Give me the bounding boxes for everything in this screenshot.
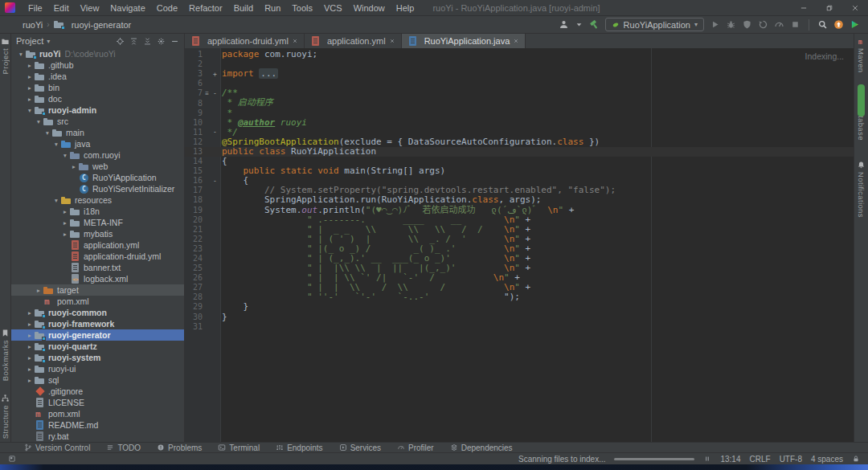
chevron-right-icon[interactable]: ▸ — [25, 377, 35, 384]
tree-item-pom-xml[interactable]: pom.xml — [11, 296, 184, 307]
chevron-right-icon[interactable]: ▸ — [60, 208, 70, 215]
tree-item-ruoyi-system[interactable]: ▸ruoyi-system — [11, 352, 184, 363]
fold-marker-icon[interactable]: - — [211, 129, 219, 136]
lock-icon[interactable] — [852, 455, 860, 463]
tree-item-gitignore[interactable]: .gitignore — [11, 386, 184, 397]
chevron-down-icon[interactable]: ▾ — [16, 51, 26, 58]
tree-item-doc[interactable]: ▸doc — [11, 93, 184, 104]
tree-item-ruoyi-generator[interactable]: ▸ruoyi-generator — [11, 329, 184, 341]
menu-vcs[interactable]: VCS — [318, 0, 348, 16]
tree-item-src[interactable]: ▾src — [11, 116, 184, 127]
close-tab-icon[interactable] — [389, 38, 395, 44]
close-tab-icon[interactable] — [292, 38, 298, 44]
chevron-down-icon[interactable]: ▾ — [51, 197, 61, 204]
line-separator-widget[interactable]: CRLF — [750, 455, 771, 464]
search-icon[interactable] — [817, 19, 828, 30]
tree-item-ruoyi-common[interactable]: ▸ruoyi-common — [11, 307, 184, 318]
tree-item-ruoyi[interactable]: ▾ruoYiD:\code\ruoYi — [11, 48, 184, 59]
chevron-down-icon[interactable]: ▾ — [60, 152, 70, 159]
code-line-29[interactable]: 29 } — [185, 302, 854, 312]
menu-code[interactable]: Code — [151, 0, 183, 16]
menu-build[interactable]: Build — [228, 0, 259, 16]
tree-item-ruoyi-admin[interactable]: ▾ruoyi-admin — [11, 104, 184, 116]
menu-file[interactable]: File — [23, 0, 48, 16]
encoding-widget[interactable]: UTF-8 — [780, 455, 802, 464]
code-line-10[interactable]: 10 * @author ruoyi — [185, 118, 854, 128]
tool-stripe-structure[interactable]: Structure — [1, 394, 10, 439]
tree-item-ruoyi-ui[interactable]: ▸ruoyi-ui — [11, 363, 184, 374]
code-line-30[interactable]: 30} — [185, 313, 854, 322]
tab-application-druid-yml[interactable]: application-druid.yml — [185, 34, 305, 48]
tool-stripe-project[interactable]: Project — [1, 37, 10, 74]
gear-icon[interactable] — [157, 37, 166, 46]
fold-marker-icon[interactable]: + — [211, 71, 219, 78]
run-config-select[interactable]: RuoYiApplication ▾ — [605, 18, 704, 31]
menu-refactor[interactable]: Refactor — [183, 0, 228, 16]
tree-item-java[interactable]: ▾java — [11, 138, 184, 149]
maximize-button[interactable] — [817, 0, 842, 16]
pause-icon[interactable] — [703, 455, 711, 463]
close-button[interactable] — [842, 0, 868, 16]
toolwindow-terminal[interactable]: Terminal — [218, 443, 260, 452]
update-icon[interactable] — [833, 19, 844, 30]
stop-icon[interactable] — [790, 19, 800, 30]
tree-item-ry-bat[interactable]: ry.bat — [11, 431, 184, 442]
toolwindow-todo[interactable]: TODO — [106, 443, 141, 452]
project-panel-title[interactable]: Project — [16, 36, 43, 46]
tree-item-i18n[interactable]: ▸i18n — [11, 206, 184, 217]
tree-item-ruoyiservletinitializer[interactable]: RuoYiServletInitializer — [11, 183, 184, 194]
tree-item-banner-txt[interactable]: banner.txt — [11, 262, 184, 273]
tree-item-logback-xml[interactable]: logback.xml — [11, 273, 184, 284]
code-line-7[interactable]: 7≡-/** — [185, 88, 854, 98]
chevron-right-icon[interactable]: ▸ — [25, 332, 35, 339]
chevron-right-icon[interactable]: ▸ — [25, 343, 35, 350]
chevron-down-icon[interactable]: ▾ — [34, 118, 43, 125]
fold-marker-icon[interactable]: - — [211, 90, 219, 97]
toolwindow-problems[interactable]: Problems — [157, 443, 202, 452]
chevron-right-icon[interactable]: ▸ — [25, 73, 35, 80]
close-tab-icon[interactable] — [513, 38, 519, 44]
code-line-15[interactable]: 15 public static void main(String[] args… — [185, 166, 854, 176]
toolwindow-version-control[interactable]: Version Control — [24, 443, 90, 452]
profiler-icon[interactable] — [774, 19, 784, 30]
play-icon[interactable] — [710, 19, 720, 30]
tab-application-yml[interactable]: application.yml — [305, 34, 402, 48]
bug-icon[interactable] — [726, 19, 736, 30]
tree-item-application-druid-yml[interactable]: application-druid.yml — [11, 251, 184, 262]
menu-help[interactable]: Help — [391, 0, 420, 16]
chevron-right-icon[interactable]: ▸ — [34, 287, 43, 294]
chevron-right-icon[interactable]: ▸ — [60, 231, 70, 238]
code-line-31[interactable]: 31 — [185, 322, 854, 332]
chevron-right-icon[interactable]: ▸ — [25, 354, 35, 362]
menu-edit[interactable]: Edit — [48, 0, 75, 16]
chevron-right-icon[interactable]: ▸ — [60, 219, 70, 227]
menu-window[interactable]: Window — [348, 0, 391, 16]
tree-item-ruoyi-quartz[interactable]: ▸ruoyi-quartz — [11, 341, 184, 352]
fold-marker-icon[interactable]: - — [211, 178, 219, 185]
chevron-right-icon[interactable]: ▸ — [25, 62, 35, 69]
chevron-right-icon[interactable]: ▸ — [25, 309, 35, 317]
breadcrumb-project[interactable]: ruoYi — [23, 20, 43, 30]
indent-widget[interactable]: 4 spaces — [811, 455, 843, 464]
tool-stripe-maven[interactable]: mMaven — [857, 37, 866, 73]
breadcrumb-module[interactable]: ruoyi-generator — [72, 20, 132, 30]
tree-item-mybatis[interactable]: ▸mybatis — [11, 228, 184, 239]
expand-all-icon[interactable] — [143, 37, 152, 46]
tree-item-com-ruoyi[interactable]: ▾com.ruoyi — [11, 149, 184, 161]
tree-item-resources[interactable]: ▾resources — [11, 194, 184, 206]
code-line-8[interactable]: 8 * 启动程序 — [185, 98, 854, 108]
menu-view[interactable]: View — [75, 0, 105, 16]
tree-item-github[interactable]: ▸.github — [11, 59, 184, 71]
code-line-3[interactable]: 3+import ... — [185, 69, 854, 79]
hammer-icon[interactable] — [589, 19, 600, 30]
code-line-1[interactable]: 1package com.ruoyi; — [185, 50, 854, 59]
tree-item-target[interactable]: ▸target — [11, 284, 184, 296]
tree-item-idea[interactable]: ▸.idea — [11, 71, 184, 82]
tree-item-web[interactable]: ▸web — [11, 161, 184, 172]
chevron-right-icon[interactable]: ▸ — [25, 321, 35, 328]
toolwindow-services[interactable]: Services — [339, 443, 381, 452]
minimize-button[interactable] — [791, 0, 817, 16]
tree-item-ruoyi-framework[interactable]: ▸ruoyi-framework — [11, 318, 184, 329]
user-icon[interactable] — [559, 19, 569, 30]
code-line-28[interactable]: 28 " ''-' `'-' `-..-' "); — [185, 292, 854, 302]
